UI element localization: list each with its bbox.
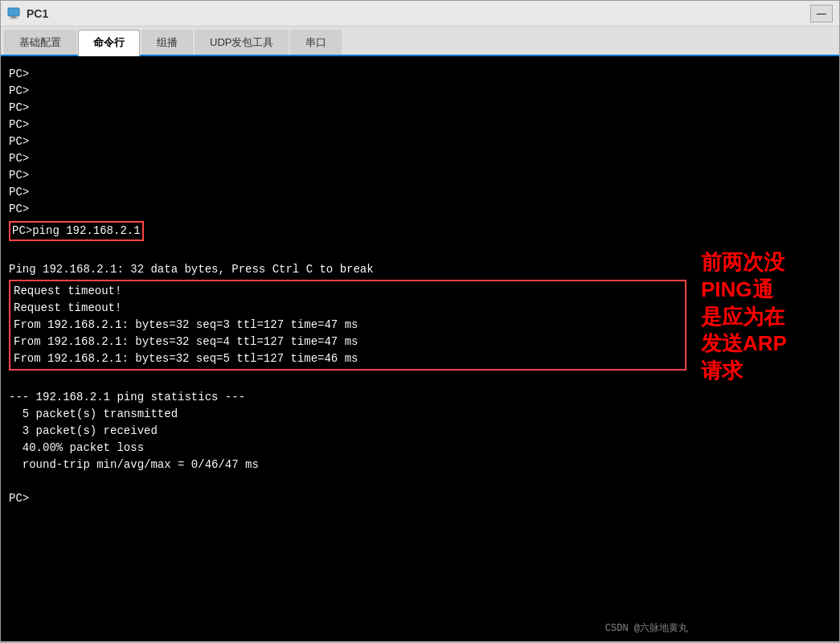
prompt-5: PC> xyxy=(9,133,686,150)
prompt-9: PC> xyxy=(9,201,686,218)
window: PC1 — 基础配置 命令行 组播 UDP发包工具 串口 PC> PC> PC>… xyxy=(0,0,840,643)
pc-icon xyxy=(7,6,22,21)
final-prompt: PC> xyxy=(9,490,686,507)
tab-bar: 基础配置 命令行 组播 UDP发包工具 串口 xyxy=(1,27,839,56)
bottom-bar xyxy=(1,641,839,642)
tab-chuankou[interactable]: 串口 xyxy=(290,30,342,55)
tab-jichupeizhui[interactable]: 基础配置 xyxy=(4,30,76,55)
annotation-text: 前两次没PING通是应为在发送ARP请求 xyxy=(701,249,787,385)
main-content: PC> PC> PC> PC> PC> PC> PC> PC> PC> PC>p… xyxy=(1,56,839,641)
prompt-7: PC> xyxy=(9,167,686,184)
stats-line-4: 40.00% packet loss xyxy=(9,440,686,457)
result-line-1: Request timeout! xyxy=(14,283,682,300)
title-bar-right: — xyxy=(810,5,833,23)
stats-line-3: 3 packet(s) received xyxy=(9,423,686,440)
stats-line-1: --- 192.168.2.1 ping statistics --- xyxy=(9,389,686,406)
title-bar-left: PC1 xyxy=(7,6,48,21)
prompt-1: PC> xyxy=(9,66,686,83)
stats-line-5: round-trip min/avg/max = 0/46/47 ms xyxy=(9,457,686,473)
annotation-panel: 前两次没PING通是应为在发送ARP请求 xyxy=(695,56,839,641)
result-line-3: From 192.168.2.1: bytes=32 seq=3 ttl=127… xyxy=(14,317,682,334)
tab-udp[interactable]: UDP发包工具 xyxy=(195,30,289,55)
prompt-8: PC> xyxy=(9,184,686,201)
svg-rect-1 xyxy=(11,16,16,18)
svg-rect-0 xyxy=(8,8,19,16)
result-line-2: Request timeout! xyxy=(14,300,682,317)
prompt-3: PC> xyxy=(9,100,686,117)
result-line-4: From 192.168.2.1: bytes=32 seq=4 ttl=127… xyxy=(14,334,682,350)
window-title: PC1 xyxy=(27,7,48,20)
result-line-5: From 192.168.2.1: bytes=32 seq=5 ttl=127… xyxy=(14,350,682,367)
ping-header: Ping 192.168.2.1: 32 data bytes, Press C… xyxy=(9,261,686,278)
svg-rect-2 xyxy=(10,18,18,19)
blank-line-3 xyxy=(9,473,686,490)
blank-line-2 xyxy=(9,372,686,389)
tab-zubo[interactable]: 组播 xyxy=(141,30,193,55)
result-block: Request timeout! Request timeout! From 1… xyxy=(9,280,686,371)
prompt-4: PC> xyxy=(9,117,686,133)
blank-line-1 xyxy=(9,244,686,261)
prompt-2: PC> xyxy=(9,83,686,100)
ping-command: PC>ping 192.168.2.1 xyxy=(9,221,144,241)
title-bar: PC1 — xyxy=(1,1,839,27)
tab-minglinghang[interactable]: 命令行 xyxy=(78,30,140,56)
minimize-button[interactable]: — xyxy=(810,5,833,23)
stats-line-2: 5 packet(s) transmitted xyxy=(9,406,686,423)
ping-command-container: PC>ping 192.168.2.1 xyxy=(9,221,686,241)
watermark: CSDN @六脉地黄丸 xyxy=(605,621,688,635)
terminal[interactable]: PC> PC> PC> PC> PC> PC> PC> PC> PC> PC>p… xyxy=(1,56,695,641)
prompt-6: PC> xyxy=(9,150,686,167)
